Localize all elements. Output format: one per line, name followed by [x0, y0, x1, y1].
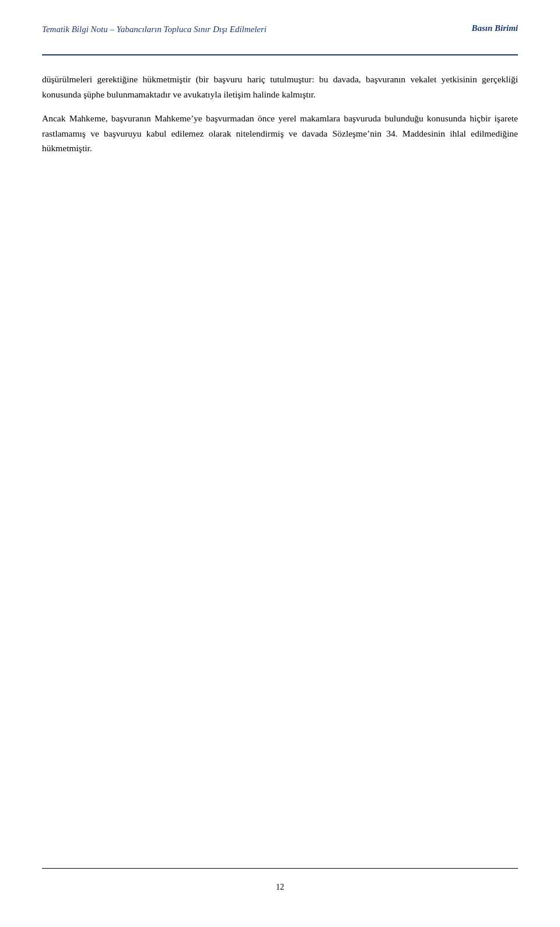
header-divider — [42, 54, 518, 55]
page: Tematik Bilgi Notu – Yabancıların Topluc… — [0, 0, 560, 927]
header: Tematik Bilgi Notu – Yabancıların Topluc… — [42, 23, 518, 36]
header-organization: Basın Birimi — [471, 23, 518, 33]
paragraph-1: düşürülmeleri gerektiğine hükmetmiştir (… — [42, 72, 518, 102]
paragraph-2: Ancak Mahkeme, başvuranın Mahkeme’ye baş… — [42, 111, 518, 156]
footer-divider — [42, 868, 518, 869]
main-content: düşürülmeleri gerektiğine hükmetmiştir (… — [42, 72, 518, 156]
header-title: Tematik Bilgi Notu – Yabancıların Topluc… — [42, 23, 267, 36]
page-number: 12 — [0, 883, 560, 892]
